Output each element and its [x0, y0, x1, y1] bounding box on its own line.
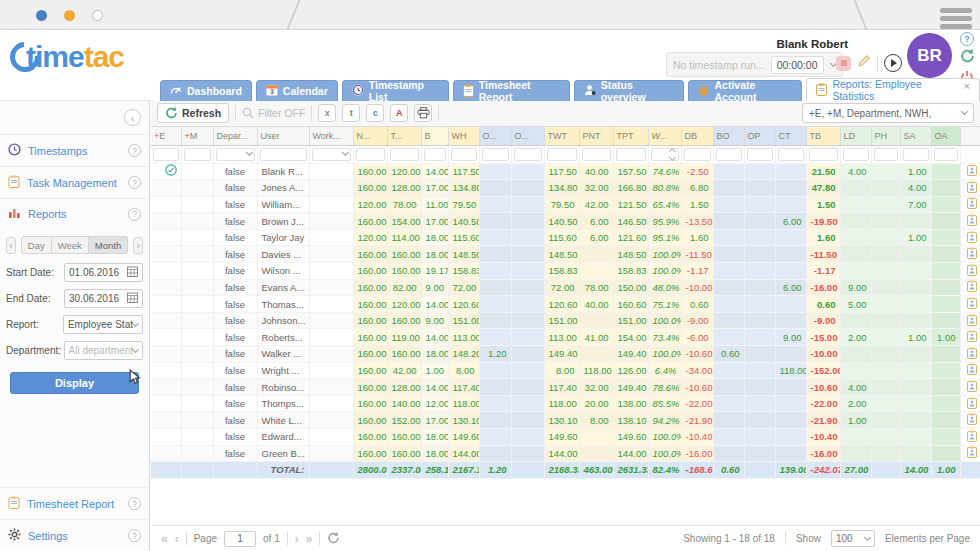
chevron-down-icon[interactable] [245, 149, 252, 156]
start-date-input[interactable]: 01.06.2016 [64, 263, 143, 282]
column-header-op[interactable]: OP [744, 127, 775, 145]
column-filter-input[interactable] [778, 148, 804, 161]
column-filter-input[interactable] [356, 148, 385, 161]
row-detail-button[interactable] [960, 395, 980, 412]
column-filter-input[interactable] [184, 148, 211, 161]
table-row[interactable]: falseGreen B...160.00160.0018.00144.0014… [151, 445, 980, 462]
column-header-w[interactable]: W... [648, 127, 681, 145]
page-size-select[interactable]: 100 [831, 530, 875, 547]
table-row[interactable]: falseRobinso...160.00128.0014.00117.4011… [151, 379, 980, 396]
period-week-button[interactable]: Week [52, 236, 89, 254]
table-row[interactable]: falseWhite L...160.00152.0017.00130.1013… [151, 412, 980, 429]
table-row[interactable]: falseThomas...160.00120.0014.00120.60120… [151, 296, 980, 313]
table-row[interactable]: falseWilliam...120.0078.0011.0079.5079.5… [151, 196, 980, 213]
row-detail-button[interactable] [960, 279, 980, 296]
column-filter-input[interactable] [451, 148, 477, 161]
column-header-tpt[interactable]: TPT [613, 127, 648, 145]
table-row[interactable]: falseDavies ...160.00160.0018.00148.5014… [151, 246, 980, 263]
help-icon[interactable]: ? [128, 144, 141, 157]
period-month-button[interactable]: Month [89, 236, 128, 254]
column-filter-input[interactable] [424, 148, 446, 161]
column-header-tb[interactable]: TB [806, 127, 840, 145]
tab-reports-employee-statistics[interactable]: Reports: Employee Statistics× [806, 78, 980, 101]
column-filter-input[interactable] [843, 148, 869, 161]
column-filter-input[interactable] [582, 148, 611, 161]
timestamp-widget[interactable]: No timestamp run... 00:00:00 [666, 52, 843, 77]
column-filter-input[interactable] [809, 148, 838, 161]
column-header-bo[interactable]: BO [713, 127, 744, 145]
column-header-user[interactable]: User [257, 127, 309, 145]
sidebar-item-task-management[interactable]: Task Management ? [0, 167, 149, 199]
window-button-white[interactable] [92, 10, 103, 21]
table-row[interactable]: falseEdward...160.00160.0018.00149.60149… [151, 429, 980, 446]
help-icon[interactable]: ? [128, 176, 141, 189]
column-filter-input[interactable] [747, 148, 773, 161]
column-filter-input[interactable] [716, 148, 742, 161]
table-row[interactable]: falseBrown J...160.00154.0017.00140.5014… [151, 213, 980, 230]
department-select[interactable]: All department [64, 341, 143, 360]
row-detail-button[interactable] [960, 379, 980, 396]
column-filter-input[interactable] [312, 148, 351, 161]
tab-timestamp-list[interactable]: Timestamp List [342, 80, 449, 101]
row-detail-button[interactable] [960, 229, 980, 246]
reload-grid-icon[interactable] [327, 532, 340, 546]
table-row[interactable]: falseJohnson...160.00160.009.00151.00151… [151, 312, 980, 329]
calendar-icon[interactable] [127, 292, 138, 305]
column-header-ph[interactable]: PH [871, 127, 900, 145]
sidebar-item-timestamps[interactable]: Timestamps ? [0, 134, 149, 167]
column-filter-input[interactable] [547, 148, 577, 161]
next-period-button[interactable]: › [133, 237, 143, 254]
first-page-icon[interactable]: « [161, 532, 168, 546]
next-page-icon[interactable]: › [295, 532, 299, 546]
column-header-ct[interactable]: CT [775, 127, 806, 145]
column-filter-input[interactable] [616, 148, 646, 161]
row-detail-button[interactable] [960, 312, 980, 329]
sidebar-item-settings[interactable]: Settings ? [0, 520, 149, 551]
row-detail-button[interactable] [960, 213, 980, 230]
column-filter-input[interactable] [390, 148, 419, 161]
avatar[interactable]: BR [907, 33, 952, 78]
table-row[interactable]: falseWright ...160.0042.001.008.008.0011… [151, 362, 980, 379]
tab-timesheet-report[interactable]: Timesheet Report [453, 80, 570, 101]
column-filter-input[interactable] [514, 148, 542, 161]
table-row[interactable]: falseEvans A...160.0082.009.0072.0072.00… [151, 279, 980, 296]
table-row[interactable]: falseTaylor Jay120.00114.0018.00115.6011… [151, 229, 980, 246]
csv-export-icon[interactable]: c [366, 104, 384, 122]
columns-dropdown[interactable]: +E, +M, Department, NWH, [802, 103, 974, 123]
row-detail-button[interactable] [960, 296, 980, 313]
window-button-orange[interactable] [64, 10, 75, 21]
row-detail-button[interactable] [960, 445, 980, 462]
window-button-blue[interactable] [36, 10, 47, 21]
column-header-work[interactable]: Work... [309, 127, 353, 145]
column-filter-input[interactable] [651, 148, 679, 161]
table-row[interactable]: falseRoberts...160.00119.0014.00113.0011… [151, 329, 980, 346]
row-detail-button[interactable] [960, 163, 980, 180]
report-select[interactable]: Employee Stat [63, 315, 143, 334]
edit-icon[interactable] [857, 54, 871, 72]
column-header-twt[interactable]: TWT [544, 127, 579, 145]
column-header-o[interactable]: O... [479, 127, 511, 145]
column-header-sa[interactable]: SA [900, 127, 931, 145]
page-input[interactable] [224, 531, 256, 547]
help-icon[interactable]: ? [960, 32, 974, 46]
row-detail-button[interactable] [960, 180, 980, 197]
menu-icon[interactable] [940, 5, 972, 32]
sidebar-item-reports[interactable]: Reports ? [0, 199, 149, 229]
table-row[interactable]: falseWilson ...160.00160.0019.17158.8315… [151, 263, 980, 280]
print-icon[interactable] [414, 104, 432, 122]
sidebar-collapse-button[interactable]: ‹ [124, 109, 141, 126]
tab-calendar[interactable]: 3Calendar [256, 80, 338, 101]
display-button[interactable]: Display [10, 372, 139, 394]
filter-off-button[interactable]: Filter OFF [242, 107, 305, 119]
last-page-icon[interactable]: » [306, 532, 313, 546]
table-row[interactable]: falseBlank R...160.00120.0014.00117.5011… [151, 163, 980, 180]
table-row[interactable]: falseThomps...160.00140.0012.00118.00118… [151, 395, 980, 412]
help-icon[interactable]: ? [128, 529, 141, 542]
play-button[interactable] [884, 54, 902, 72]
tab-status-overview[interactable]: Status overview [574, 80, 684, 101]
calendar-icon[interactable] [127, 266, 138, 279]
column-filter-input[interactable] [216, 148, 255, 161]
sidebar-item-timesheet-report[interactable]: Timesheet Report ? [0, 487, 149, 520]
help-icon[interactable]: ? [128, 208, 141, 221]
row-detail-button[interactable] [960, 412, 980, 429]
